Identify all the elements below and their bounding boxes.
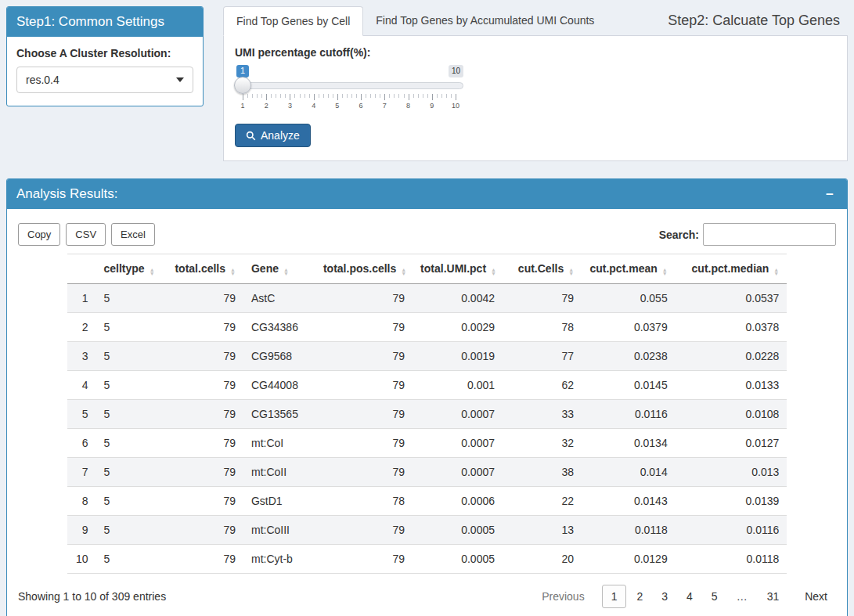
slider-minor-tick — [261, 94, 262, 98]
slider-minor-tick — [294, 94, 295, 98]
slider-minor-tick — [304, 94, 305, 98]
slider-minor-tick — [285, 94, 286, 98]
sort-icon: ▲▼ — [401, 268, 406, 276]
table-search: Search: — [659, 223, 836, 246]
column-header-label: cut.pct.median — [692, 262, 769, 275]
cell: 79 — [164, 342, 243, 371]
cluster-resolution-label: Choose A Cluster Resolution: — [16, 47, 193, 59]
column-header[interactable] — [67, 254, 96, 284]
next-button[interactable]: Next — [796, 585, 836, 607]
cell: 0.055 — [582, 284, 676, 313]
step1-title: Step1: Common Settings — [16, 14, 164, 30]
cell: 0.0007 — [413, 400, 503, 429]
slider-track[interactable] — [235, 82, 463, 89]
slider-minor-tick — [394, 94, 395, 98]
page-5-button[interactable]: 5 — [703, 585, 726, 607]
analyze-button[interactable]: Analyze — [235, 124, 311, 147]
results-panel: Analysis Results: − CopyCSVExcel Search:… — [6, 178, 848, 616]
slider-tick — [290, 94, 290, 100]
slider-minor-tick — [333, 94, 333, 98]
cell: 0.0238 — [582, 342, 676, 371]
slider-minor-tick — [446, 94, 447, 98]
analyze-button-label: Analyze — [261, 129, 300, 142]
top-row: Step1: Common Settings Choose A Cluster … — [6, 6, 848, 161]
cell: 5 — [95, 458, 164, 487]
cell: 79 — [164, 516, 243, 545]
excel-button[interactable]: Excel — [111, 223, 155, 246]
page-2-button[interactable]: 2 — [628, 585, 651, 607]
column-header[interactable]: total.UMI.pct▲▼ — [413, 254, 503, 284]
sort-icon: ▲▼ — [568, 268, 574, 276]
page-3-button[interactable]: 3 — [653, 585, 676, 607]
page-1-button[interactable]: 1 — [602, 585, 627, 608]
cell: 22 — [503, 487, 582, 516]
cell: 79 — [164, 284, 243, 313]
csv-button[interactable]: CSV — [66, 223, 106, 246]
table-row: 6579mt:CoI790.0007320.01340.0127 — [67, 429, 787, 458]
cell: 0.0118 — [582, 516, 676, 545]
cell: 5 — [67, 400, 96, 429]
cell: 20 — [503, 545, 582, 574]
column-header-label: cut.pct.mean — [589, 262, 657, 275]
step2-title: Step2: Calcuate Top Genes — [660, 13, 848, 29]
slider-tick-label: 10 — [452, 102, 459, 110]
cell: 79 — [315, 516, 413, 545]
cell: 38 — [503, 458, 582, 487]
column-header[interactable]: total.pos.cells▲▼ — [315, 254, 413, 284]
previous-button[interactable]: Previous — [533, 585, 593, 607]
cell: 0.0042 — [413, 284, 503, 313]
cell: 79 — [164, 545, 243, 574]
cell: 0.0378 — [676, 313, 787, 342]
cell: 79 — [315, 458, 413, 487]
cell: 0.0006 — [413, 487, 503, 516]
tab[interactable]: Find Top Genes by Accumulated UMI Counts — [363, 6, 607, 36]
page-4-button[interactable]: 4 — [678, 585, 701, 607]
sort-down-arrow: ▼ — [230, 272, 236, 276]
slider-minor-tick — [247, 94, 248, 98]
column-header[interactable]: cut.pct.mean▲▼ — [582, 254, 676, 284]
results-body: CopyCSVExcel Search: celltype▲▼total.cel… — [7, 209, 847, 616]
cell: 79 — [315, 429, 413, 458]
cell: 6 — [67, 429, 96, 458]
cell: 1 — [67, 284, 96, 313]
cell: 0.0118 — [676, 545, 787, 574]
cell: 0.0029 — [413, 313, 503, 342]
sort-down-arrow: ▼ — [491, 272, 496, 276]
slider-tick — [384, 94, 385, 100]
tab-header: Find Top Genes by CellFind Top Genes by … — [223, 6, 848, 36]
cell: 79 — [315, 313, 413, 342]
cell: 0.0537 — [676, 284, 787, 313]
page-31-button[interactable]: 31 — [759, 585, 788, 607]
column-header[interactable]: celltype▲▼ — [95, 254, 164, 284]
table-row: 4579CG44008790.001620.01450.0133 — [67, 371, 787, 400]
cell: CG9568 — [243, 342, 315, 371]
column-header-label: celltype — [103, 262, 144, 275]
table-footer: Showing 1 to 10 of 309 entries Previous1… — [18, 585, 836, 608]
cell: CG44008 — [243, 371, 315, 400]
cell: mt:Cyt-b — [243, 545, 315, 574]
cell: 5 — [95, 429, 164, 458]
collapse-icon[interactable]: − — [822, 188, 838, 201]
cluster-resolution-select[interactable]: res.0.4 — [16, 67, 193, 93]
slider-handle[interactable] — [234, 77, 251, 94]
column-header[interactable]: cut.Cells▲▼ — [503, 254, 582, 284]
cell: 79 — [315, 342, 413, 371]
pagination: Previous12345…31Next — [533, 585, 836, 608]
cell: 79 — [164, 458, 243, 487]
cell: 79 — [164, 487, 243, 516]
column-header[interactable]: total.cells▲▼ — [164, 254, 243, 284]
tab[interactable]: Find Top Genes by Cell — [223, 6, 363, 36]
search-input[interactable] — [703, 223, 836, 246]
slider-tick-label: 2 — [265, 102, 268, 110]
column-header[interactable]: cut.pct.median▲▼ — [676, 254, 787, 284]
slider-minor-tick — [276, 94, 276, 98]
column-header[interactable]: Gene▲▼ — [243, 254, 315, 284]
step1-body: Choose A Cluster Resolution: res.0.4 — [7, 37, 203, 106]
copy-button[interactable]: Copy — [18, 223, 60, 246]
slider-minor-tick — [441, 94, 442, 98]
export-buttons: CopyCSVExcel — [18, 223, 155, 246]
slider-tick — [266, 94, 267, 100]
table-row: 7579mt:CoII790.0007380.0140.013 — [67, 458, 787, 487]
slider-minor-tick — [398, 94, 399, 98]
sort-down-arrow: ▼ — [662, 272, 668, 276]
